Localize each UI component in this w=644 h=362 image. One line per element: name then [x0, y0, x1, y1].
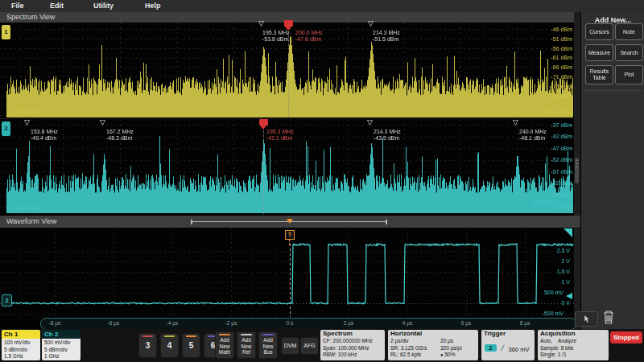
menu-edit[interactable]: Edit [50, 2, 64, 10]
horizontal-badge[interactable]: Horizontal 2 µs/div SR: 3.125 GS/s RL: 6… [388, 330, 478, 360]
trigger-level-value: 360 mV [509, 346, 530, 353]
marker-triangle[interactable]: ▽ [368, 20, 374, 27]
results-table-button[interactable]: Results Table [585, 65, 613, 84]
search-button[interactable]: Search [615, 44, 643, 61]
sp1-marker-label: 195.3 MHz-53.8 dBm [262, 30, 290, 43]
sp1-ref-marker-label: 200.0 MHz-47.8 dBm [295, 30, 323, 43]
add-new-bus-button[interactable]: Add New Bus [258, 331, 278, 359]
ch2-badge[interactable]: Ch 2 500 mV/div5 dBm/div1 GHz [42, 330, 80, 360]
waveform-view-title: Waveform View [6, 217, 57, 225]
marker-triangle[interactable]: ▽ [258, 20, 264, 27]
ch5-button[interactable]: 5 [182, 333, 200, 358]
oscilloscope-screen: File Edit Utility Help Spectrum View 1 2… [0, 0, 644, 362]
sp2-marker-label: 153.8 MHz-49.4 dBm [31, 129, 58, 142]
dvm-button[interactable]: DVM [281, 337, 299, 355]
wf-xlabel: 0 s [280, 320, 299, 326]
afg-button[interactable]: AFG [300, 337, 319, 355]
spectrum-view-title: Spectrum View [6, 13, 55, 21]
plot-divider [0, 118, 574, 119]
reference-marker-line [288, 31, 289, 117]
trigger-flag-tail [289, 240, 290, 245]
menu-file[interactable]: File [11, 2, 24, 10]
waveform-plot[interactable] [0, 228, 574, 317]
stopped-button[interactable]: Stopped [610, 331, 642, 343]
measure-button[interactable]: Measure [585, 44, 613, 61]
cursor-icon [582, 315, 591, 323]
rising-edge-icon: ∕ [502, 343, 503, 352]
touch-mode-button[interactable] [575, 311, 598, 327]
spectrum-ch2-tag[interactable]: 2 [2, 121, 10, 136]
plot-button[interactable]: Plot [615, 65, 643, 84]
wf-xlabel: -6 µs [104, 320, 123, 326]
sp2-marker-label: 214.3 MHz-43.5 dBm [374, 129, 401, 142]
resize-handle[interactable] [575, 158, 579, 183]
acquisition-badge[interactable]: Acquisition Auto, Analyze Sample: 8 bits… [538, 330, 609, 360]
marker-triangle[interactable]: ▽ [367, 119, 373, 126]
trigger-badge[interactable]: Trigger 2 ∕ 360 mV [481, 330, 535, 360]
trash-button[interactable] [602, 309, 615, 325]
sp2-marker-label: 167.2 MHz-48.3 dBm [106, 129, 134, 142]
waveform-ch2-tag[interactable]: 2 [2, 294, 12, 306]
note-button[interactable]: Note [615, 23, 643, 40]
wf-xlabel: 8 µs [515, 320, 535, 326]
marker-triangle[interactable]: ▽ [100, 119, 105, 126]
menu-help[interactable]: Help [145, 2, 161, 10]
wf-xlabel: 4 µs [398, 320, 417, 326]
trigger-flag[interactable]: T [285, 230, 295, 240]
menu-bar: File Edit Utility Help [0, 0, 644, 13]
menu-utility[interactable]: Utility [93, 2, 114, 10]
reference-marker-line [263, 130, 264, 214]
wf-xlabel: 6 µs [456, 320, 476, 326]
right-panel: Add New... Cursors Note Measure Search R… [580, 12, 644, 329]
ch3-button[interactable]: 3 [138, 333, 157, 358]
marker-triangle[interactable]: ▽ [513, 119, 518, 126]
trigger-position-arrow-icon[interactable] [287, 219, 293, 224]
wf-xlabel: -8 µs [45, 320, 64, 326]
trash-icon [602, 309, 615, 325]
sp2-marker-label: 240.0 MHz-48.1 dBm [519, 129, 547, 142]
cursors-button[interactable]: Cursors [585, 23, 613, 40]
marker-triangle[interactable]: ▽ [24, 119, 30, 126]
ch1-label: Ch 1 [2, 330, 40, 339]
wf-xlabel: 2 µs [339, 320, 358, 326]
bottom-settings-bar: Ch 1 100 mV/div5 dBm/div1.5 GHz Ch 2 500… [0, 329, 644, 362]
panel-divider [583, 90, 643, 91]
sp1-marker-label: 214.3 MHz-51.5 dBm [373, 30, 400, 43]
spectrum-badge[interactable]: Spectrum CF: 200.000000 MHz Span: 100.00… [320, 330, 385, 360]
reference-marker[interactable] [259, 119, 268, 125]
sp2-ref-marker-label: 195.3 MHz-42.1 dBm [266, 129, 294, 142]
waveform-handle-icon[interactable] [564, 228, 572, 237]
add-new-ref-button[interactable]: Add New Ref [237, 331, 256, 359]
ch4-button[interactable]: 4 [160, 333, 179, 358]
trigger-level-arrow[interactable] [566, 293, 572, 299]
spectrum-ch1-tag[interactable]: 1 [2, 25, 10, 39]
ch2-label: Ch 2 [42, 330, 80, 339]
ch1-badge[interactable]: Ch 1 100 mV/div5 dBm/div1.5 GHz [2, 330, 40, 360]
add-new-math-button[interactable]: Add New Math [215, 331, 234, 359]
reference-marker[interactable] [284, 20, 293, 27]
position-icon: ● [440, 352, 444, 357]
wf-xlabel: -2 µs [221, 320, 241, 326]
trigger-source-chip: 2 [485, 344, 497, 352]
wf-xlabel: -4 µs [163, 320, 182, 326]
